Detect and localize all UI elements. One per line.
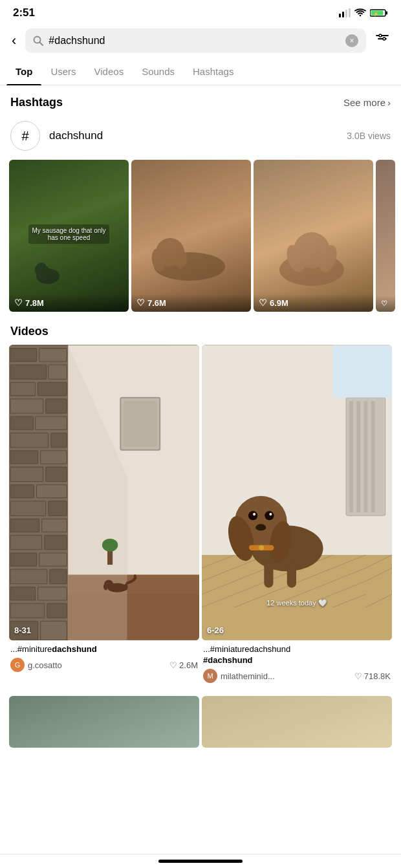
svg-rect-32 [10,382,36,395]
thumb-caption-1: My sausage dog that onlyhas one speed [28,224,110,244]
video-overlay-2: 12 weeks today 🤍 [266,596,327,608]
svg-rect-39 [51,433,67,447]
svg-line-9 [40,43,43,46]
bottom-nav [0,854,401,868]
video-meta-1: ...#minituredachshund G g.cosatto ♡ 2.6M [9,640,199,675]
status-time: 2:51 [13,6,35,19]
svg-point-112 [255,524,266,530]
videos-section-header: Videos [0,314,401,345]
svg-rect-75 [349,401,353,512]
svg-rect-78 [371,401,375,512]
svg-point-66 [102,539,118,552]
svg-rect-37 [36,417,67,429]
svg-rect-2 [345,10,347,17]
see-more-button[interactable]: See more › [343,97,391,108]
video-thumb-2[interactable]: 12 weeks today 🤍 6-26 [202,345,392,640]
videos-grid: 8-31 ...#minituredachshund G g.cosatto ♡… [0,345,401,686]
svg-rect-38 [10,433,49,447]
svg-rect-48 [10,519,39,532]
search-input-wrap[interactable]: #dachshund × [25,28,366,53]
thumb-likes-2: ♡ 7.6M [136,298,246,308]
video-user-row-1: G g.cosatto ♡ 2.6M [10,658,198,672]
thumb-likes-4: ♡ [381,299,390,308]
svg-rect-42 [10,467,43,481]
user-avatar-2: M [203,669,217,683]
thumbnails-row[interactable]: My sausage dog that onlyhas one speed ♡ … [0,160,401,314]
tab-videos[interactable]: Videos [85,58,133,85]
wifi-icon [354,8,366,17]
svg-rect-55 [50,569,67,583]
svg-rect-54 [10,569,47,583]
bottom-strip [0,696,401,748]
tab-hashtags[interactable]: Hashtags [184,58,243,85]
status-icons: ⚡ [339,8,388,17]
svg-point-13 [383,38,385,40]
svg-rect-51 [45,536,67,550]
video-caption-1: ...#minituredachshund [10,644,198,655]
signal-icon [339,8,351,17]
svg-point-111 [269,513,272,515]
strip-card-1[interactable] [9,696,199,748]
svg-rect-40 [10,451,38,464]
hashtag-name: dachshund [49,129,338,142]
tab-sounds[interactable]: Sounds [133,58,184,85]
back-button[interactable]: ‹ [9,30,19,52]
svg-rect-57 [38,587,67,600]
videos-title: Videos [10,325,49,338]
username-2: milatheminid... [221,671,275,681]
video-likes-1: ♡ 2.6M [169,660,198,670]
thumbnail-2[interactable]: ♡ 7.6M [131,160,251,312]
svg-rect-50 [10,536,42,550]
tab-top[interactable]: Top [6,58,41,85]
svg-rect-34 [10,399,43,413]
svg-rect-0 [339,14,341,17]
thumbnail-1[interactable]: My sausage dog that onlyhas one speed ♡ … [9,160,129,312]
svg-rect-33 [38,382,67,395]
thumb-likes-3: ♡ 6.9M [259,298,368,308]
svg-rect-46 [10,501,46,515]
svg-rect-43 [46,467,67,481]
search-icon [33,36,43,46]
video-likes-2: ♡ 718.8K [354,671,391,681]
tab-users[interactable]: Users [41,58,85,85]
video-card-1[interactable]: 8-31 ...#minituredachshund G g.cosatto ♡… [9,345,199,686]
video-date-1: 8-31 [14,625,31,635]
svg-rect-79 [333,345,392,398]
svg-rect-29 [39,349,67,362]
thumbnail-4-partial[interactable]: ♡ [376,160,395,312]
svg-rect-47 [49,501,67,515]
thumbnail-3[interactable]: ♡ 6.9M [254,160,373,312]
svg-rect-77 [363,401,367,512]
video-caption-2: ...#miniaturedachshund#dachshund [203,644,391,666]
dog-shape-3 [266,221,357,292]
video-image-1 [9,345,199,640]
video-thumb-1[interactable]: 8-31 [9,345,199,640]
svg-rect-3 [349,8,351,17]
hashtags-title: Hashtags [10,96,63,109]
status-bar: 2:51 ⚡ [0,0,401,23]
video-user-1: G g.cosatto [10,658,62,672]
svg-point-108 [248,511,257,520]
thumb-overlay-1: ♡ 7.8M [9,294,129,312]
svg-rect-30 [10,365,47,379]
clear-button[interactable]: × [345,34,358,47]
dog-shape-1 [28,254,67,286]
svg-rect-45 [37,484,67,497]
thumb-likes-1: ♡ 7.8M [14,298,124,308]
hashtag-item[interactable]: # dachshund 3.0B views [0,116,401,160]
filter-button[interactable] [373,29,392,52]
hashtag-symbol-icon: # [10,121,40,151]
home-indicator [158,860,243,863]
svg-rect-41 [41,451,67,464]
video-meta-2: ...#miniaturedachshund#dachshund M milat… [202,640,392,686]
svg-rect-28 [10,349,37,362]
svg-rect-56 [10,587,36,600]
thumb-overlay-2: ♡ 7.6M [131,294,251,312]
svg-rect-1 [342,12,344,17]
strip-card-2[interactable] [202,696,392,748]
thumb-overlay-4: ♡ [376,296,395,312]
svg-rect-52 [10,553,37,566]
video-card-2[interactable]: 12 weeks today 🤍 6-26 ...#miniaturedachs… [202,345,392,686]
search-query: #dachshund [49,35,340,47]
hashtag-views: 3.0B views [347,131,391,141]
